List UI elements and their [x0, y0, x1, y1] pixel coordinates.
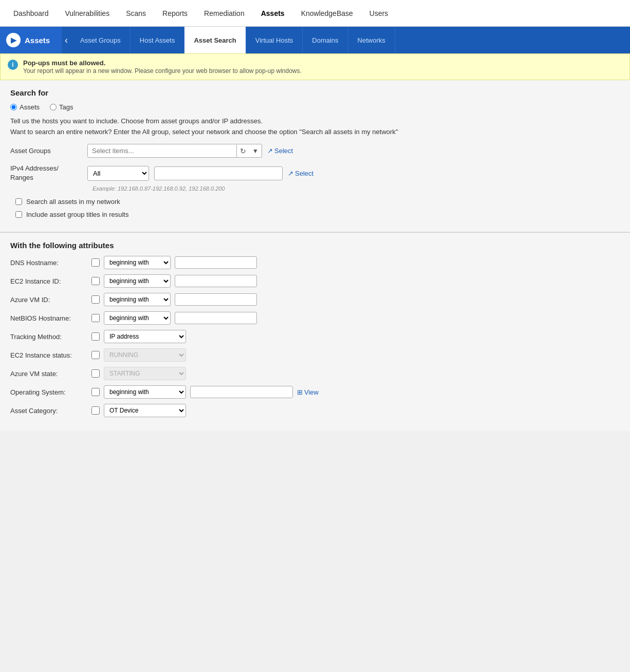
- ipv4-select-link[interactable]: ↗ Select: [288, 170, 313, 177]
- nav-vulnerabilities[interactable]: Vulnerabilities: [57, 0, 118, 27]
- attr-row-azure-vm-id: Azure VM ID: beginning with containing e…: [10, 293, 620, 306]
- attr-select-netbios-hostname[interactable]: beginning with containing ending with eq…: [104, 311, 171, 325]
- attributes-section: With the following attributes DNS Hostna…: [0, 233, 630, 431]
- checkbox-titles[interactable]: [15, 211, 22, 218]
- os-view-text: View: [304, 388, 319, 396]
- attr-select-dns-hostname[interactable]: beginning with containing ending with eq…: [104, 256, 171, 269]
- asset-groups-select-link[interactable]: ↗ Select: [267, 147, 293, 155]
- attr-row-ec2-instance-status: EC2 Instance status: RUNNING STOPPED TER…: [10, 348, 620, 362]
- ipv4-cursor-icon: ↗: [288, 170, 293, 177]
- nav-reports[interactable]: Reports: [154, 0, 196, 27]
- attr-select-ec2-instance-id[interactable]: beginning with containing ending with eq…: [104, 274, 171, 288]
- attr-label-ec2-instance-id: EC2 Instance ID:: [10, 277, 87, 285]
- checkbox-network[interactable]: [15, 198, 22, 205]
- radio-tags-text: Tags: [59, 103, 73, 111]
- ipv4-label: IPv4 Addresses/Ranges: [10, 164, 82, 182]
- os-view-link[interactable]: ⊞ View: [297, 388, 319, 396]
- tab-virtual-hosts[interactable]: Virtual Hosts: [246, 27, 303, 53]
- checkbox-titles-label: Include asset group titles in results: [26, 211, 128, 218]
- ipv4-example: Example: 192.168.0.87-192.168.0.92, 192.…: [92, 185, 620, 192]
- attr-select-asset-category[interactable]: OT Device Server Workstation Mobile: [104, 404, 186, 417]
- attr-label-asset-category: Asset Category:: [10, 407, 87, 415]
- attr-label-tracking-method: Tracking Method:: [10, 333, 87, 341]
- radio-tags[interactable]: [50, 104, 57, 110]
- attr-input-operating-system[interactable]: [190, 386, 293, 398]
- tab-asset-groups[interactable]: Asset Groups: [71, 27, 131, 53]
- brand-icon: ▶: [6, 33, 21, 47]
- attr-select-azure-vm-state[interactable]: STARTING RUNNING STOPPED: [104, 367, 186, 380]
- attr-label-azure-vm-id: Azure VM ID:: [10, 296, 87, 304]
- attr-select-tracking-method[interactable]: IP address DNS NetBIOS Agent: [104, 330, 186, 343]
- attr-checkbox-operating-system[interactable]: [91, 388, 100, 396]
- ipv4-row: IPv4 Addresses/Ranges All Any None ↗ Sel…: [10, 164, 620, 182]
- ipv4-input[interactable]: [154, 166, 283, 180]
- checkbox-titles-row: Include asset group titles in results: [15, 211, 620, 218]
- top-nav: Dashboard Vulnerabilities Scans Reports …: [0, 0, 630, 27]
- ipv4-filter-select[interactable]: All Any None: [87, 166, 149, 181]
- dropdown-arrow-icon[interactable]: ▼: [249, 145, 262, 157]
- checkbox-network-row: Search all assets in my network: [15, 198, 620, 206]
- attr-select-operating-system[interactable]: beginning with containing ending with eq…: [104, 385, 186, 399]
- sub-nav-brand: ▶ Assets: [0, 27, 62, 53]
- attr-row-azure-vm-state: Azure VM state: STARTING RUNNING STOPPED: [10, 367, 620, 380]
- banner-description: Your report will appear in a new window.…: [23, 67, 302, 74]
- attr-label-netbios-hostname: NetBIOS Hostname:: [10, 314, 87, 322]
- attr-checkbox-azure-vm-state[interactable]: [91, 369, 100, 378]
- attr-input-dns-hostname[interactable]: [175, 256, 257, 269]
- attr-row-dns-hostname: DNS Hostname: beginning with containing …: [10, 256, 620, 269]
- nav-dashboard[interactable]: Dashboard: [5, 0, 57, 27]
- radio-tags-label[interactable]: Tags: [50, 103, 73, 111]
- sub-nav: ▶ Assets ‹ Asset Groups Host Assets Asse…: [0, 27, 630, 53]
- attr-row-ec2-instance-id: EC2 Instance ID: beginning with containi…: [10, 274, 620, 288]
- hint-text-1: Tell us the hosts you want to include. C…: [10, 117, 620, 125]
- radio-assets[interactable]: [10, 104, 17, 110]
- refresh-icon[interactable]: ↻: [236, 145, 249, 157]
- attr-checkbox-ec2-instance-id[interactable]: [91, 277, 100, 285]
- attr-checkbox-dns-hostname[interactable]: [91, 258, 100, 267]
- cursor-icon: ↗: [267, 147, 273, 155]
- attr-select-azure-vm-id[interactable]: beginning with containing ending with eq…: [104, 293, 171, 306]
- attr-row-asset-category: Asset Category: OT Device Server Worksta…: [10, 404, 620, 417]
- attr-label-azure-vm-state: Azure VM state:: [10, 370, 87, 378]
- tab-asset-search[interactable]: Asset Search: [184, 27, 246, 53]
- attr-checkbox-netbios-hostname[interactable]: [91, 314, 100, 322]
- banner-title: Pop-ups must be allowed.: [23, 59, 302, 67]
- hint-text-2: Want to search an entire network? Enter …: [10, 128, 620, 136]
- nav-remediation[interactable]: Remediation: [196, 0, 253, 27]
- attributes-title: With the following attributes: [10, 241, 620, 250]
- brand-label: Assets: [25, 36, 50, 45]
- asset-groups-label: Asset Groups: [10, 147, 82, 155]
- attr-input-azure-vm-id[interactable]: [175, 293, 257, 306]
- asset-groups-select-wrapper: ↻ ▼: [87, 144, 262, 158]
- attr-checkbox-tracking-method[interactable]: [91, 332, 100, 341]
- attr-row-netbios-hostname: NetBIOS Hostname: beginning with contain…: [10, 311, 620, 325]
- sub-nav-arrow-icon: ‹: [62, 27, 71, 53]
- radio-assets-label[interactable]: Assets: [10, 103, 40, 111]
- info-banner: i Pop-ups must be allowed. Your report w…: [0, 53, 630, 80]
- attr-input-ec2-instance-id[interactable]: [175, 275, 257, 287]
- info-text: Pop-ups must be allowed. Your report wil…: [23, 59, 302, 74]
- nav-scans[interactable]: Scans: [118, 0, 154, 27]
- info-icon: i: [8, 60, 18, 70]
- asset-groups-row: Asset Groups ↻ ▼ ↗ Select: [10, 144, 620, 158]
- checkbox-network-label: Search all assets in my network: [26, 198, 120, 206]
- attr-checkbox-azure-vm-id[interactable]: [91, 295, 100, 304]
- main-content: i Pop-ups must be allowed. Your report w…: [0, 53, 630, 431]
- tab-networks[interactable]: Networks: [348, 27, 395, 53]
- view-icon: ⊞: [297, 388, 303, 396]
- nav-users[interactable]: Users: [361, 0, 397, 27]
- attr-select-ec2-instance-status[interactable]: RUNNING STOPPED TERMINATED: [104, 348, 186, 362]
- attr-label-dns-hostname: DNS Hostname:: [10, 259, 87, 267]
- ipv4-select-text: Select: [295, 170, 313, 177]
- attr-checkbox-asset-category[interactable]: [91, 406, 100, 415]
- tab-host-assets[interactable]: Host Assets: [131, 27, 185, 53]
- attr-input-netbios-hostname[interactable]: [175, 312, 257, 324]
- tab-domains[interactable]: Domains: [303, 27, 348, 53]
- attr-label-operating-system: Operating System:: [10, 388, 87, 396]
- nav-knowledgebase[interactable]: KnowledgeBase: [293, 0, 361, 27]
- search-radio-group: Assets Tags: [10, 103, 620, 111]
- nav-assets[interactable]: Assets: [253, 0, 293, 27]
- radio-assets-text: Assets: [20, 103, 40, 111]
- attr-checkbox-ec2-instance-status[interactable]: [91, 351, 100, 359]
- asset-groups-input[interactable]: [88, 144, 236, 157]
